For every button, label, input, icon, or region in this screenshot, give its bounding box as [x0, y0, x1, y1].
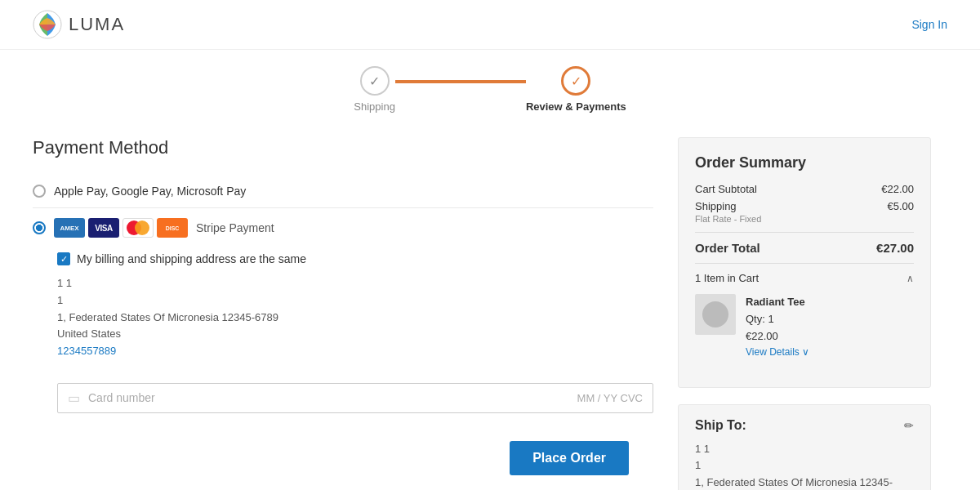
cart-subtotal-row: Cart Subtotal €22.00 [695, 183, 914, 195]
items-in-cart-label: 1 Item in Cart [695, 272, 759, 284]
billing-checkbox[interactable]: ✓ [57, 252, 70, 265]
cart-item-image [695, 294, 736, 335]
order-summary-title: Order Summary [695, 154, 914, 172]
card-input-row[interactable]: ▭ Card number MM / YY CVC [57, 383, 653, 413]
progress-line-filled [395, 80, 526, 83]
summary-divider [695, 232, 914, 233]
ship-line2: 1 [695, 457, 914, 474]
billing-section: ✓ My billing and shipping address are th… [57, 252, 306, 360]
discover-icon: DISC [157, 218, 188, 238]
card-icons: AMEX VISA DISC [54, 218, 188, 238]
step-shipping: ✓ Shipping [354, 66, 395, 113]
step1-label: Shipping [354, 100, 395, 113]
cart-item-price: €22.00 [746, 328, 809, 345]
place-order-row: Place Order [33, 441, 629, 475]
ship-line3: 1, Federated States Of Micronesia 12345-… [695, 474, 914, 490]
header: LUMA Sign In [0, 0, 980, 50]
ship-to-header: Ship To: ✏ [695, 418, 914, 433]
items-divider [695, 263, 914, 264]
step2-label: Review & Payments [526, 100, 626, 113]
chevron-down-icon: ∨ [802, 345, 809, 360]
shipping-label: Shipping [695, 200, 737, 212]
ship-to-title: Ship To: [695, 418, 746, 433]
step1-circle: ✓ [360, 66, 390, 96]
address-line1: 1 1 [57, 275, 306, 292]
card-number-placeholder: Card number [88, 391, 577, 404]
logo-text: LUMA [69, 14, 125, 35]
edit-icon[interactable]: ✏ [904, 419, 914, 432]
logo: LUMA [33, 10, 125, 39]
shipping-row: Shipping €5.00 [695, 200, 914, 212]
right-panel: Order Summary Cart Subtotal €22.00 Shipp… [678, 137, 931, 490]
cart-item-info: Radiant Tee Qty: 1 €22.00 View Details ∨ [746, 294, 809, 361]
billing-address: 1 1 1 1, Federated States Of Micronesia … [57, 275, 306, 360]
order-total-value: €27.00 [876, 241, 914, 255]
applepay-label: Apple Pay, Google Pay, Microsoft Pay [54, 185, 246, 198]
svg-point-2 [135, 220, 149, 235]
address-line2: 1 [57, 292, 306, 310]
billing-checkbox-label: My billing and shipping address are the … [77, 252, 306, 265]
address-line4: United States [57, 326, 306, 343]
card-date-cvc: MM / YY CVC [577, 392, 643, 404]
payment-option-applepay[interactable]: Apple Pay, Google Pay, Microsoft Pay [33, 175, 653, 208]
progress-bar: ✓ Shipping ✓ Review & Payments [0, 50, 980, 121]
billing-checkbox-row[interactable]: ✓ My billing and shipping address are th… [57, 252, 306, 265]
sign-in-link[interactable]: Sign In [911, 18, 947, 31]
logo-icon [33, 10, 62, 39]
order-total-row: Order Total €27.00 [695, 241, 914, 255]
step2-circle: ✓ [561, 66, 590, 96]
order-summary-box: Order Summary Cart Subtotal €22.00 Shipp… [678, 137, 931, 388]
shipping-value: €5.00 [887, 200, 914, 212]
flat-rate-label: Flat Rate - Fixed [695, 214, 914, 224]
chevron-up-icon: ∧ [906, 273, 914, 284]
visa-icon: VISA [88, 218, 119, 238]
radio-stripe[interactable] [33, 221, 46, 234]
order-total-label: Order Total [695, 241, 760, 255]
stripe-payment-row[interactable]: AMEX VISA DISC Stripe Payment [33, 218, 653, 238]
ship-line1: 1 1 [695, 441, 914, 458]
amex-icon: AMEX [54, 218, 85, 238]
place-order-button[interactable]: Place Order [510, 441, 629, 475]
address-line3: 1, Federated States Of Micronesia 12345-… [57, 310, 306, 327]
stripe-payment-label: Stripe Payment [196, 221, 274, 234]
cart-item-qty: Qty: 1 [746, 311, 809, 328]
ship-address: 1 1 1 1, Federated States Of Micronesia … [695, 441, 914, 490]
main-content: Payment Method Apple Pay, Google Pay, Mi… [0, 121, 964, 490]
payment-method-title: Payment Method [33, 137, 653, 158]
view-details-link[interactable]: View Details ∨ [746, 345, 809, 360]
cart-items-header[interactable]: 1 Item in Cart ∧ [695, 272, 914, 284]
payment-option-stripe: AMEX VISA DISC Stripe Payment ✓ My [33, 208, 653, 490]
step-review: ✓ Review & Payments [526, 66, 626, 113]
cart-item-name: Radiant Tee [746, 294, 809, 311]
cart-subtotal-value: €22.00 [881, 183, 914, 195]
card-input-icon: ▭ [68, 390, 80, 406]
address-phone-link[interactable]: 1234557889 [57, 345, 116, 357]
ship-to-box: Ship To: ✏ 1 1 1 1, Federated States Of … [678, 404, 931, 490]
radio-applepay[interactable] [33, 185, 46, 198]
cart-item: Radiant Tee Qty: 1 €22.00 View Details ∨ [695, 294, 914, 361]
cart-item-thumbnail [702, 301, 728, 327]
left-panel: Payment Method Apple Pay, Google Pay, Mi… [33, 137, 653, 490]
cart-subtotal-label: Cart Subtotal [695, 183, 757, 195]
mastercard-icon [122, 218, 154, 238]
